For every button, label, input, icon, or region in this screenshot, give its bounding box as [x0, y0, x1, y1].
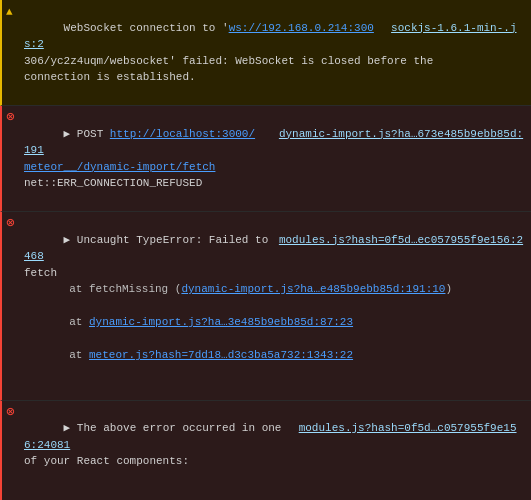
meteor-link-1[interactable]: meteor.js?hash=7dd18…d3c3ba5a732:1343:22: [89, 349, 353, 361]
stack-1: at fetchMissing (dynamic-import.js?ha…e4…: [24, 281, 525, 298]
source-link-4[interactable]: modules.js?hash=0f5d…c057955f9e156:24081: [24, 422, 517, 451]
stack-2: at dynamic-import.js?ha…3e485b9ebb85d:87…: [24, 314, 525, 331]
warning-icon: ▲: [6, 4, 20, 21]
entry-content-2: ▶ POST http://localhost:3000/ dynamic-im…: [24, 109, 525, 208]
console-entry-4: ⊗ ▶ The above error occurred in one modu…: [0, 401, 531, 501]
console-entry-2: ⊗ ▶ POST http://localhost:3000/ dynamic-…: [0, 106, 531, 212]
console-entry-1: ▲ WebSocket connection to 'ws://192.168.…: [0, 0, 531, 106]
console-entry-3: ⊗ ▶ Uncaught TypeError: Failed to module…: [0, 212, 531, 401]
entry-content-1: WebSocket connection to 'ws://192.168.0.…: [24, 3, 525, 102]
error-icon-4: ⊗: [6, 405, 20, 419]
entry-content-3: ▶ Uncaught TypeError: Failed to modules.…: [24, 215, 525, 397]
source-link-3[interactable]: modules.js?hash=0f5d…ec057955f9e156:2468: [24, 234, 523, 263]
error-icon-2: ⊗: [6, 110, 20, 124]
fetch-link-1[interactable]: dynamic-import.js?ha…e485b9ebb85d:191:10: [181, 283, 445, 295]
ws-link-1[interactable]: ws://192.168.0.214:300: [229, 22, 374, 34]
post-link[interactable]: http://localhost:3000/: [110, 128, 255, 140]
error-icon-3: ⊗: [6, 216, 20, 230]
stack-3: at meteor.js?hash=7dd18…d3c3ba5a732:1343…: [24, 347, 525, 364]
dynamic-import-link[interactable]: meteor__/dynamic-import/fetch: [24, 161, 215, 173]
entry-content-4: ▶ The above error occurred in one module…: [24, 404, 525, 501]
source-link-2[interactable]: dynamic-import.js?ha…673e485b9ebb85d:191: [24, 128, 523, 157]
console-panel: ▲ WebSocket connection to 'ws://192.168.…: [0, 0, 531, 500]
dynamic-link-1[interactable]: dynamic-import.js?ha…3e485b9ebb85d:87:23: [89, 316, 353, 328]
